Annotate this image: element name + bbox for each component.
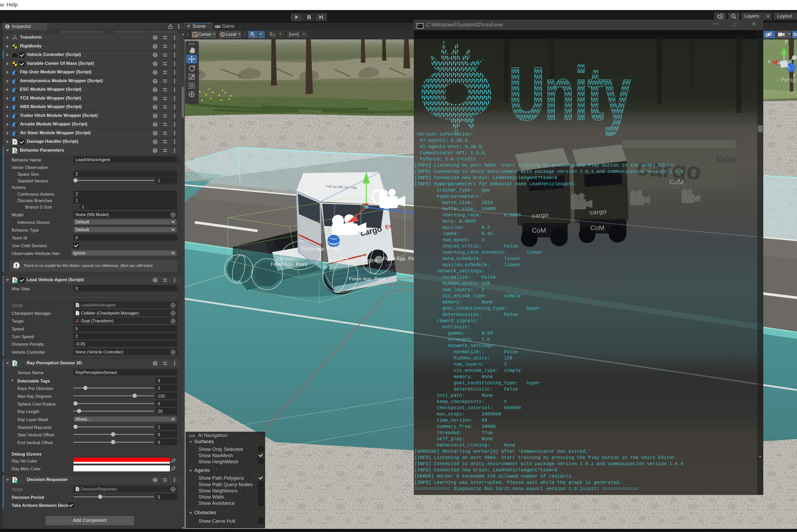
svg-text:int: int [335,246,340,251]
svg-text:Y: Y [253,35,255,37]
svg-text:?: ? [154,478,157,482]
svg-text:?: ? [154,62,157,66]
svg-text:Expre: Expre [716,154,737,164]
svg-text:‹ Persp: ‹ Persp [777,76,796,83]
svg-text:?: ? [154,44,157,49]
svg-text:?: ? [154,105,157,109]
svg-text:?: ? [154,114,157,118]
svg-text:?: ? [154,149,157,153]
svg-text:?: ? [154,122,157,127]
svg-text:Engine: Engine [362,257,378,263]
svg-text:Exhaust: Exhaust [276,256,294,261]
svg-text:?: ? [154,36,157,40]
svg-text:Unity: Unity [509,51,631,136]
svg-text:Transmission: Transmission [329,258,358,264]
svg-text:y: y [785,39,787,44]
svg-text:Force App. Point: Force App. Point [349,276,385,281]
svg-text:?: ? [154,70,157,74]
svg-text:#: # [14,140,16,144]
svg-text:x: x [768,58,771,64]
svg-text:?: ? [154,88,157,92]
svg-text:#: # [77,304,78,307]
svg-text:#: # [77,488,78,491]
svg-text:Force App.: Force App. [302,246,326,251]
svg-text:?: ? [154,131,157,135]
svg-text:?: ? [154,53,157,57]
svg-text:?: ? [154,361,157,365]
svg-text:Force App. Point: Force App. Point [271,262,307,267]
svg-text:?: ? [154,96,157,100]
svg-text:?: ? [154,278,157,282]
svg-text:?: ? [154,140,157,144]
svg-text:#: # [77,312,78,315]
svg-text:?: ? [154,79,157,83]
svg-text:Force App. Poin: Force App. Poin [383,256,418,261]
